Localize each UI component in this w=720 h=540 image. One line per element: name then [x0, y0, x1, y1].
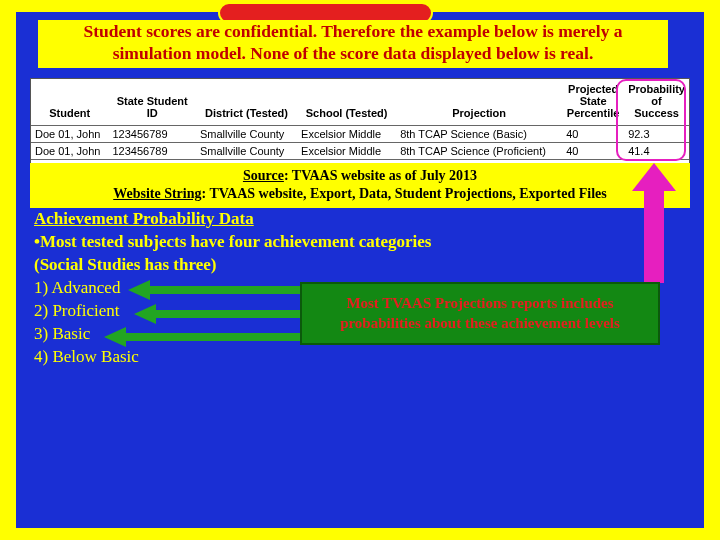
- cell-district: Smallville County: [196, 143, 297, 160]
- table-row: Doe 01, John 123456789 Smallville County…: [31, 126, 689, 143]
- cell-student: Doe 01, John: [31, 126, 108, 143]
- achievement-line1: •Most tested subjects have four achievem…: [34, 231, 574, 254]
- magenta-arrow-up-icon: [632, 163, 676, 281]
- cell-school: Excelsior Middle: [297, 143, 396, 160]
- cell-id: 123456789: [108, 143, 196, 160]
- green-arrow-icon: [104, 330, 300, 344]
- cell-district: Smallville County: [196, 126, 297, 143]
- cell-pct: 40: [562, 143, 624, 160]
- cell-pct: 40: [562, 126, 624, 143]
- col-school: School (Tested): [297, 79, 396, 126]
- col-id: State Student ID: [108, 79, 196, 126]
- source-band: Source: TVAAS website as of July 2013 We…: [30, 163, 690, 208]
- cell-student: Doe 01, John: [31, 143, 108, 160]
- col-percentile: Projected State Percentile: [562, 79, 624, 126]
- cell-prob: 92.3: [624, 126, 689, 143]
- col-district: District (Tested): [196, 79, 297, 126]
- cell-school: Excelsior Middle: [297, 126, 396, 143]
- level-below-basic: 4) Below Basic: [34, 346, 574, 369]
- green-callout: Most TVAAS Projections reports includes …: [300, 282, 660, 345]
- col-probability: Probability of Success: [624, 79, 689, 126]
- website-string-label: Website String: [113, 186, 201, 201]
- col-student: Student: [31, 79, 108, 126]
- green-arrow-icon: [128, 283, 300, 297]
- source-value: : TVAAS website as of July 2013: [284, 168, 477, 183]
- table-row: Doe 01, John 123456789 Smallville County…: [31, 143, 689, 160]
- col-projection: Projection: [396, 79, 562, 126]
- source-label: Source: [243, 168, 284, 183]
- website-string-value: : TVAAS website, Export, Data, Student P…: [202, 186, 607, 201]
- achievement-header: Achievement Probability Data: [34, 208, 574, 231]
- cell-id: 123456789: [108, 126, 196, 143]
- confidential-notice: Student scores are confidential. Therefo…: [38, 20, 668, 68]
- cell-projection: 8th TCAP Science (Proficient): [396, 143, 562, 160]
- table-header-row: Student State Student ID District (Teste…: [31, 79, 689, 126]
- achievement-line2: (Social Studies has three): [34, 254, 574, 277]
- cell-prob: 41.4: [624, 143, 689, 160]
- cell-projection: 8th TCAP Science (Basic): [396, 126, 562, 143]
- green-arrow-icon: [134, 307, 300, 321]
